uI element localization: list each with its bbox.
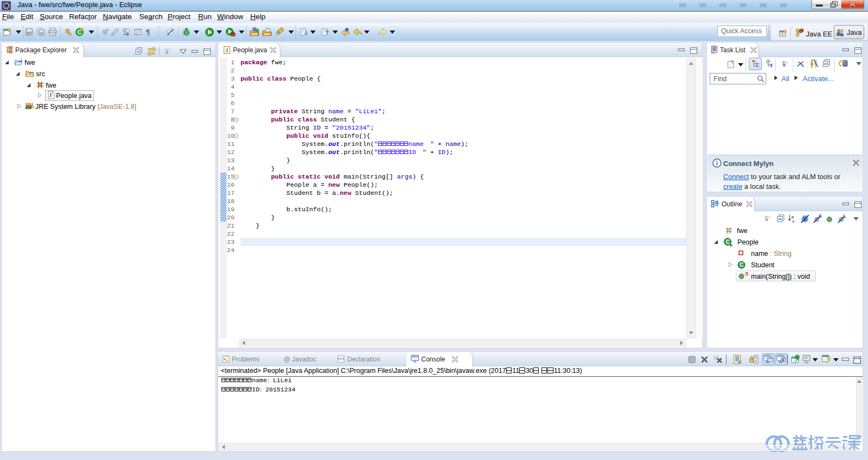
svg-text:¶: ¶ (146, 28, 150, 36)
svg-text:J: J (841, 28, 844, 34)
svg-text:C: C (77, 29, 82, 35)
svg-text:z: z (792, 218, 795, 224)
svg-text:J: J (225, 47, 228, 53)
svg-text:C: C (726, 239, 730, 245)
svg-text:C: C (740, 262, 743, 268)
svg-text:C: C (107, 28, 109, 32)
